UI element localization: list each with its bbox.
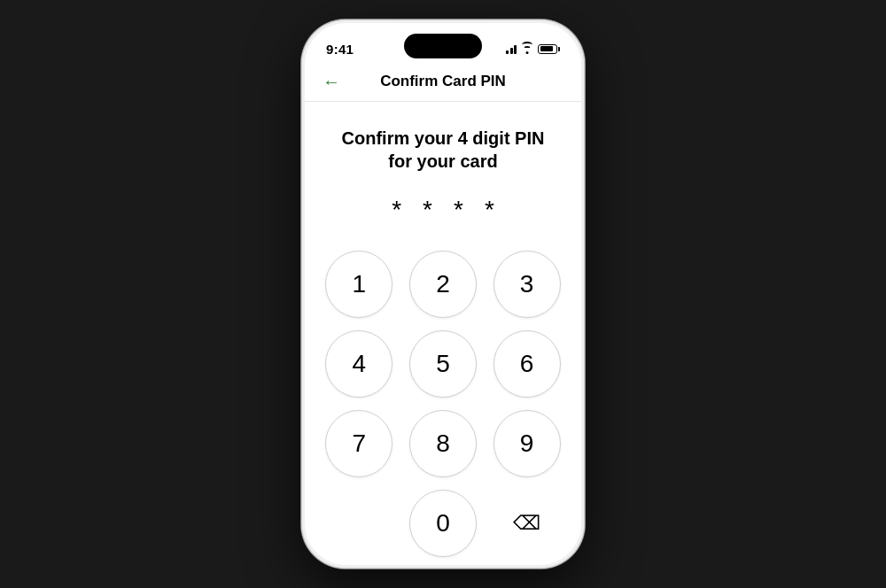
key-1[interactable]: 1 — [325, 251, 392, 318]
key-3[interactable]: 3 — [494, 251, 561, 318]
nav-title: Confirm Card PIN — [380, 73, 506, 90]
key-2[interactable]: 2 — [409, 251, 477, 318]
nav-header: ← Confirm Card PIN — [305, 66, 581, 102]
content-area: Confirm your 4 digit PIN for your card *… — [305, 102, 581, 565]
back-button[interactable]: ← — [323, 73, 340, 90]
status-time: 9:41 — [326, 42, 354, 57]
pin-dot-3: * — [454, 197, 463, 222]
key-5[interactable]: 5 — [409, 330, 477, 398]
pin-dot-1: * — [392, 197, 401, 222]
key-6[interactable]: 6 — [494, 330, 561, 398]
key-4[interactable]: 4 — [325, 330, 392, 398]
key-8[interactable]: 8 — [409, 410, 477, 477]
status-bar: 9:41 — [305, 23, 581, 66]
wifi-icon — [521, 44, 533, 54]
battery-icon — [538, 44, 560, 54]
key-7[interactable]: 7 — [325, 410, 392, 477]
status-icons — [506, 43, 560, 54]
keypad: 1 2 3 4 5 6 7 8 9 0 ⌫ — [323, 251, 563, 557]
key-0[interactable]: 0 — [409, 490, 477, 557]
key-star[interactable] — [325, 490, 392, 557]
dynamic-island — [404, 34, 482, 58]
signal-icon — [506, 43, 517, 54]
pin-dot-2: * — [423, 197, 432, 222]
pin-heading: Confirm your 4 digit PIN for your card — [323, 127, 563, 173]
key-backspace[interactable]: ⌫ — [494, 490, 561, 557]
phone-screen: 9:41 ← — [305, 23, 581, 565]
pin-dots: * * * * — [392, 197, 494, 222]
pin-dot-4: * — [485, 197, 494, 222]
back-arrow-icon: ← — [323, 73, 340, 90]
key-9[interactable]: 9 — [494, 410, 561, 477]
phone-frame: 9:41 ← — [301, 19, 585, 569]
